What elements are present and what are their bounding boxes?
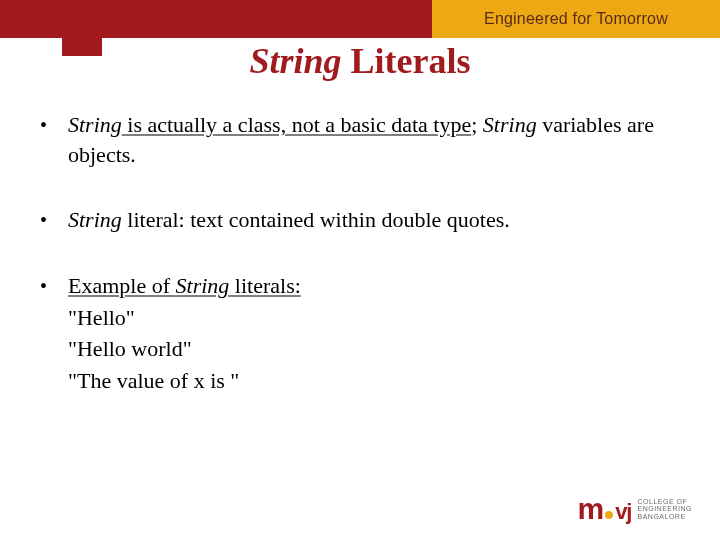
bullet-1-text: String is actually a class, not a basic … — [68, 110, 680, 169]
logo-letter-m: m — [577, 492, 603, 526]
bullet-1-seg4: String — [483, 112, 537, 137]
logo-subtext: COLLEGE OF ENGINEERING BANGALORE — [637, 498, 692, 520]
tagline-text: Engineered for Tomorrow — [484, 10, 668, 28]
bullet-3-lead-pre: Example of — [68, 273, 176, 298]
logo-line-1: COLLEGE OF — [637, 498, 692, 505]
title-rest: Literals — [342, 41, 471, 81]
bullet-icon: • — [40, 271, 68, 396]
example-line-2: "Hello world" — [68, 334, 680, 364]
logo-letters-vj: vj — [615, 499, 631, 525]
bullet-1-seg1: String — [68, 112, 122, 137]
footer-logo: mvj COLLEGE OF ENGINEERING BANGALORE — [577, 492, 692, 526]
bullet-1: • String is actually a class, not a basi… — [40, 110, 680, 169]
logo-line-3: BANGALORE — [637, 513, 692, 520]
bullet-3-text: Example of String literals: "Hello" "Hel… — [68, 271, 680, 396]
title-italic: String — [249, 41, 341, 81]
bullet-2-seg1: String — [68, 207, 122, 232]
top-bar-left — [0, 0, 432, 38]
logo-mark: mvj — [577, 492, 631, 526]
top-bar: Engineered for Tomorrow — [0, 0, 720, 38]
bullet-1-seg2: is actually a class, not a basic data ty… — [122, 112, 471, 137]
bullet-icon: • — [40, 110, 68, 169]
example-line-1: "Hello" — [68, 303, 680, 333]
bullet-icon: • — [40, 205, 68, 235]
bullet-2-text: String literal: text contained within do… — [68, 205, 680, 235]
logo-dot-icon — [605, 511, 613, 519]
bullet-3-lead: Example of String literals: — [68, 273, 301, 298]
example-line-3: "The value of x is " — [68, 366, 680, 396]
slide-title: String Literals — [0, 40, 720, 82]
bullet-1-seg3: ; — [471, 112, 483, 137]
bullet-3: • Example of String literals: "Hello" "H… — [40, 271, 680, 396]
content-area: • String is actually a class, not a basi… — [40, 110, 680, 396]
bullet-3-lead-em: String — [176, 273, 230, 298]
bullet-2: • String literal: text contained within … — [40, 205, 680, 235]
bullet-3-lead-post: literals: — [229, 273, 300, 298]
slide: Engineered for Tomorrow String Literals … — [0, 0, 720, 540]
bullet-2-seg2: literal: text contained within double qu… — [122, 207, 510, 232]
top-bar-right: Engineered for Tomorrow — [432, 0, 720, 38]
logo-line-2: ENGINEERING — [637, 505, 692, 512]
